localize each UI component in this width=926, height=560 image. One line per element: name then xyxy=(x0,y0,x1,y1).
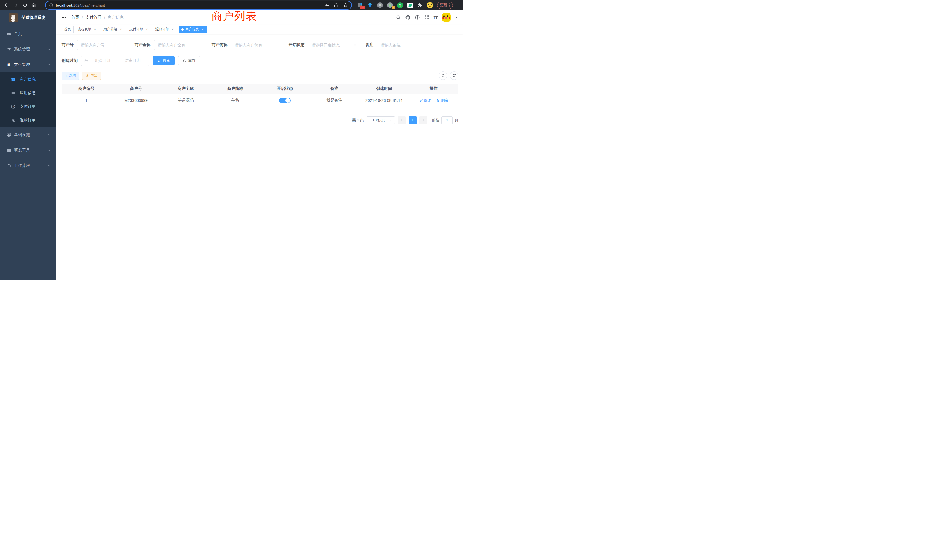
breadcrumb-payment[interactable]: 支付管理 xyxy=(86,15,101,20)
status-select[interactable] xyxy=(308,40,359,50)
prev-page-button[interactable] xyxy=(398,117,406,124)
extension-command-icon[interactable]: ⌘ xyxy=(377,2,383,8)
site-info-icon[interactable] xyxy=(49,3,53,8)
sidebar-item-workflow[interactable]: 工作流程 xyxy=(0,158,56,173)
sidebar-collapse-icon[interactable] xyxy=(61,15,67,20)
yen-circle-icon: ¥ xyxy=(11,104,15,109)
page-1-button[interactable]: 1 xyxy=(409,117,416,124)
tab-home[interactable]: 首页 xyxy=(62,26,74,33)
status-label: 开启状态 xyxy=(289,42,304,48)
browser-forward-icon[interactable] xyxy=(12,2,20,9)
tab-process-form[interactable]: 流程表单 × xyxy=(75,26,100,33)
sidebar-item-refund-order[interactable]: 退款订单 xyxy=(0,114,56,127)
share-icon[interactable] xyxy=(334,3,338,8)
close-icon[interactable]: × xyxy=(171,27,175,31)
close-icon[interactable]: × xyxy=(145,27,149,31)
search-button[interactable]: 搜索 xyxy=(153,56,175,65)
extension-dot-icon[interactable]: 1 xyxy=(387,2,393,8)
chevron-left-icon xyxy=(400,119,403,122)
sidebar-item-merchant-info[interactable]: 商户信息 xyxy=(0,73,56,86)
close-icon[interactable]: × xyxy=(119,27,123,31)
chevron-down-icon xyxy=(48,133,51,136)
remark-input[interactable] xyxy=(377,40,428,50)
search-icon xyxy=(441,74,445,77)
refresh-icon xyxy=(452,74,456,77)
export-button[interactable]: 导出 xyxy=(82,71,101,80)
svg-text:¥: ¥ xyxy=(12,106,14,108)
browser-back-icon[interactable] xyxy=(3,2,10,9)
sidebar-item-dev-tools[interactable]: 研发工具 xyxy=(0,142,56,158)
remark-label: 备注 xyxy=(366,42,374,48)
extension-chat-icon[interactable] xyxy=(407,2,413,8)
page-size-select[interactable]: 10条/页 xyxy=(367,117,395,124)
address-bar[interactable]: localhost:1024/pay/merchant xyxy=(45,2,351,9)
browser-home-icon[interactable] xyxy=(30,2,38,9)
delete-link[interactable]: 删除 xyxy=(436,98,448,103)
merchant-table: 商户编号 商户号 商户全称 商户简称 开启状态 备注 创建时间 操作 1 M23… xyxy=(62,84,458,107)
browser-menu-icon[interactable] xyxy=(449,3,450,7)
sidebar-item-app-info[interactable]: 应用信息 xyxy=(0,86,56,100)
status-toggle[interactable] xyxy=(279,97,291,103)
tab-refund-order[interactable]: 退款订单 × xyxy=(153,26,177,33)
table-toolbar: + 新增 导出 xyxy=(62,71,458,80)
short-name-input[interactable] xyxy=(231,40,282,50)
tags-view: 首页 流程表单 × 用户分组 × 支付订单 × 退款订单 × 商户信息 × xyxy=(56,24,463,34)
browser-reload-icon[interactable] xyxy=(21,2,29,9)
create-time-range-picker[interactable]: 开始日期 - 结束日期 xyxy=(81,56,150,66)
cell-short-name: 芋艿 xyxy=(210,94,260,107)
table-grid-icon xyxy=(11,91,15,95)
help-icon[interactable] xyxy=(415,15,420,20)
extension-y-icon[interactable]: Y xyxy=(397,2,403,8)
fullscreen-icon[interactable] xyxy=(424,15,429,20)
pagination: 共 1 条 10条/页 1 前往 页 xyxy=(62,117,458,124)
user-avatar[interactable] xyxy=(442,13,451,22)
breadcrumb-home[interactable]: 首页 xyxy=(71,15,79,20)
browser-profile-avatar[interactable] xyxy=(427,2,433,8)
reset-button[interactable]: 重置 xyxy=(178,56,200,65)
tab-merchant-info[interactable]: 商户信息 × xyxy=(179,26,207,33)
chevron-down-icon xyxy=(389,119,392,122)
plus-icon: + xyxy=(65,73,67,78)
chevron-right-icon xyxy=(422,119,425,122)
app-logo: 芋道管理系统 xyxy=(0,10,56,25)
col-full-name: 商户全称 xyxy=(161,84,210,94)
chevron-down-icon xyxy=(48,148,51,152)
header-search-icon[interactable] xyxy=(396,15,401,20)
goto-page-input[interactable] xyxy=(441,117,453,124)
avatar-caret-icon[interactable] xyxy=(455,17,458,18)
font-size-icon[interactable]: TT xyxy=(434,15,438,20)
close-icon[interactable]: × xyxy=(201,27,205,31)
sidebar-item-payment[interactable]: ¥ 支付管理 xyxy=(0,57,56,73)
cell-full-name: 芋道源码 xyxy=(161,94,210,107)
sidebar-item-pay-order[interactable]: ¥ 支付订单 xyxy=(0,100,56,114)
merchant-no-input[interactable] xyxy=(77,40,128,50)
short-name-label: 商户简称 xyxy=(212,42,227,48)
sidebar-item-infrastructure[interactable]: 基础设施 xyxy=(0,127,56,142)
gear-icon xyxy=(6,47,11,52)
sidebar-item-system[interactable]: 系统管理 xyxy=(0,42,56,57)
github-icon[interactable] xyxy=(405,15,410,20)
toolbox-icon xyxy=(6,163,11,168)
extension-kite-icon[interactable] xyxy=(367,2,373,8)
edit-link[interactable]: 修改 xyxy=(419,98,431,103)
full-name-input[interactable] xyxy=(154,40,205,50)
next-page-button[interactable] xyxy=(419,117,427,124)
add-button[interactable]: + 新增 xyxy=(62,71,79,80)
close-icon[interactable]: × xyxy=(93,27,97,31)
refresh-table-button[interactable] xyxy=(450,71,458,80)
browser-update-button[interactable]: 更新 xyxy=(437,2,453,9)
show-search-toggle-button[interactable] xyxy=(439,71,447,80)
tab-user-group[interactable]: 用户分组 × xyxy=(101,26,126,33)
password-key-icon[interactable] xyxy=(324,3,329,8)
trash-icon xyxy=(436,98,440,102)
bookmark-star-icon[interactable] xyxy=(343,3,348,8)
calendar-icon xyxy=(84,59,88,63)
chevron-down-icon xyxy=(353,43,357,47)
tab-pay-order[interactable]: 支付订单 × xyxy=(127,26,151,33)
extensions-puzzle-icon[interactable] xyxy=(417,2,423,8)
sidebar-item-home[interactable]: 首页 xyxy=(0,26,56,42)
app-title: 芋道管理系统 xyxy=(21,15,45,20)
extension-grid-icon[interactable]: 10 xyxy=(357,2,363,8)
filter-row-2: 创建时间 开始日期 - 结束日期 搜索 重置 xyxy=(62,56,458,66)
dashboard-icon xyxy=(6,32,11,36)
